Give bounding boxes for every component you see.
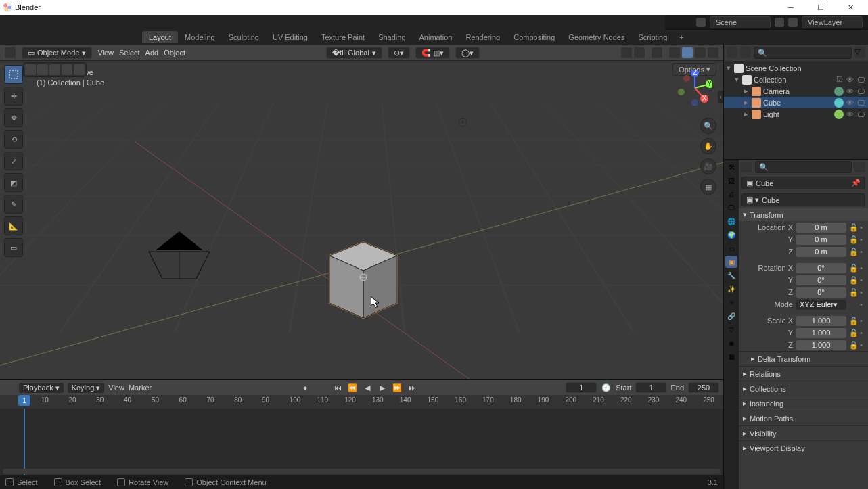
properties-options-icon[interactable]	[854, 162, 865, 172]
outliner-display-mode-icon[interactable]	[740, 47, 751, 58]
anim-dot-icon[interactable]: •	[860, 223, 865, 231]
menu-window[interactable]: Window	[101, 17, 138, 28]
transform-panel-header[interactable]: ▾ Transform	[739, 208, 868, 221]
ptab-object[interactable]: ▣	[725, 256, 737, 268]
tool-add[interactable]: ▭	[4, 238, 23, 257]
lock-icon[interactable]: 🔓	[849, 341, 857, 350]
outliner-item-light[interactable]: ▸ Light 👁 🖵	[724, 108, 868, 120]
end-frame-field[interactable]: 250	[688, 382, 719, 393]
camera-object[interactable]	[142, 231, 216, 285]
lock-icon[interactable]: 🔓	[849, 223, 857, 232]
keying-menu[interactable]: Keying ▾	[68, 383, 105, 393]
lock-icon[interactable]: 🔓	[849, 276, 857, 285]
ptab-texture[interactable]: ▦	[725, 350, 737, 363]
show-overlays-icon[interactable]	[633, 47, 645, 59]
tab-modeling[interactable]: Modeling	[178, 31, 222, 43]
sel-4[interactable]	[62, 64, 72, 75]
menu-edit[interactable]: Edit	[39, 17, 63, 28]
hide-icon[interactable]: 👁	[846, 110, 854, 118]
outliner-editor-icon[interactable]	[727, 47, 737, 58]
current-frame-field[interactable]: 1	[566, 382, 597, 393]
tab-uv-editing[interactable]: UV Editing	[266, 31, 315, 43]
rendered-icon[interactable]	[707, 47, 719, 59]
ptab-scene[interactable]: 🌐	[725, 215, 737, 227]
scene-name-field[interactable]: Scene	[710, 16, 771, 28]
vp-menu-object[interactable]: Object	[164, 49, 185, 57]
relations-panel[interactable]: ▸ Relations	[739, 366, 868, 381]
tool-move[interactable]: ✥	[4, 108, 23, 127]
outliner-item-cube[interactable]: ▸ Cube 👁 🖵	[724, 97, 868, 108]
proportional-dropdown[interactable]: ◯▾	[455, 47, 480, 59]
play-icon[interactable]: ▶	[377, 382, 388, 393]
outliner-search[interactable]: 🔍	[754, 47, 852, 59]
maximize-button[interactable]: ☐	[806, 0, 836, 15]
timeline-marker-menu[interactable]: Marker	[129, 383, 152, 392]
disable-icon[interactable]: 🖵	[856, 76, 865, 84]
new-scene-icon[interactable]	[775, 18, 784, 27]
tool-annotate[interactable]: ✎	[4, 195, 23, 214]
rotation-mode-dropdown[interactable]: XYZ Euler ▾	[796, 300, 846, 310]
pivot-dropdown[interactable]: ⊙▾	[388, 47, 410, 59]
tab-rendering[interactable]: Rendering	[459, 31, 507, 43]
tab-scripting[interactable]: Scripting	[631, 31, 674, 43]
anim-dot-icon[interactable]: •	[860, 276, 865, 284]
tab-sculpting[interactable]: Sculpting	[222, 31, 266, 43]
jump-next-key-icon[interactable]: ⏩	[392, 382, 403, 393]
anim-dot-icon[interactable]: •	[860, 341, 865, 349]
hide-icon[interactable]: 👁	[846, 87, 854, 95]
scale-x-field[interactable]: 1.000	[796, 316, 846, 326]
outliner-item-camera[interactable]: ▸ Camera 👁 🖵	[724, 85, 868, 97]
location-y-field[interactable]: 0 m	[796, 235, 846, 245]
timeline-body[interactable]	[0, 409, 723, 475]
timeline-scrollbar[interactable]	[3, 469, 721, 474]
play-reverse-icon[interactable]: ◀	[362, 382, 373, 393]
nav-gizmo[interactable]: Z Y X	[677, 70, 712, 106]
rotation-y-field[interactable]: 0°	[796, 275, 846, 285]
playhead-line[interactable]	[24, 409, 25, 475]
lock-icon[interactable]: 🔓	[849, 317, 857, 325]
close-button[interactable]: ✕	[836, 0, 865, 15]
jump-start-icon[interactable]: ⏮	[332, 382, 343, 393]
minimize-button[interactable]: ─	[776, 0, 806, 15]
tool-cursor[interactable]: ✛	[4, 87, 23, 106]
disclosure-icon[interactable]: ▸	[743, 87, 750, 95]
sel-2[interactable]	[37, 64, 48, 75]
light-object[interactable]	[457, 117, 468, 128]
editor-type-icon[interactable]	[4, 47, 16, 59]
properties-search[interactable]: 🔍	[755, 161, 852, 173]
tool-transform[interactable]: ◩	[4, 173, 23, 192]
orientation-dropdown[interactable]: �til Global ▾	[326, 47, 382, 59]
viewlayer-name-field[interactable]: ViewLayer	[802, 16, 863, 28]
visibility-panel[interactable]: ▸ Visibility	[739, 425, 868, 440]
disclosure-icon[interactable]: ▾	[725, 64, 732, 72]
ptab-constraints[interactable]: 🔗	[725, 310, 737, 322]
browse-viewlayer-icon[interactable]	[788, 18, 798, 27]
sel-5[interactable]	[74, 64, 85, 75]
disclosure-icon[interactable]: ▸	[743, 110, 750, 118]
lock-icon[interactable]: 🔓	[849, 264, 857, 273]
snap-dropdown[interactable]: 🧲 ▥▾	[415, 47, 450, 59]
jump-end-icon[interactable]: ⏭	[407, 382, 417, 393]
outliner-collection[interactable]: ▾ Collection ☑ 👁 🖵	[724, 74, 868, 85]
ptab-data[interactable]: ▽	[725, 323, 737, 335]
rotation-x-field[interactable]: 0°	[796, 263, 846, 273]
outliner-filter-icon[interactable]: ▽	[854, 47, 865, 58]
zoom-icon[interactable]: 🔍	[700, 118, 716, 134]
properties-editor-icon[interactable]	[741, 162, 752, 172]
anim-dot-icon[interactable]: •	[860, 317, 865, 325]
disable-icon[interactable]: 🖵	[856, 110, 865, 118]
ptab-modifiers[interactable]: 🔧	[725, 269, 737, 281]
lock-icon[interactable]: 🔓	[849, 248, 857, 256]
tab-geometry-nodes[interactable]: Geometry Nodes	[562, 31, 631, 43]
ptab-output[interactable]: 🖨	[725, 188, 737, 200]
disable-icon[interactable]: 🖵	[856, 99, 865, 107]
n-panel-toggle[interactable]: ‹	[718, 91, 723, 103]
anim-dot-icon[interactable]: •	[860, 300, 865, 308]
tab-layout[interactable]: Layout	[142, 31, 178, 43]
ptab-tool[interactable]: 🛠	[725, 161, 737, 173]
perspective-icon[interactable]: ▦	[700, 179, 716, 195]
wireframe-icon[interactable]	[668, 47, 681, 59]
start-frame-field[interactable]: 1	[635, 382, 666, 393]
lock-icon[interactable]: 🔓	[849, 288, 857, 297]
viewport-display-panel[interactable]: ▸ Viewport Display	[739, 440, 868, 455]
